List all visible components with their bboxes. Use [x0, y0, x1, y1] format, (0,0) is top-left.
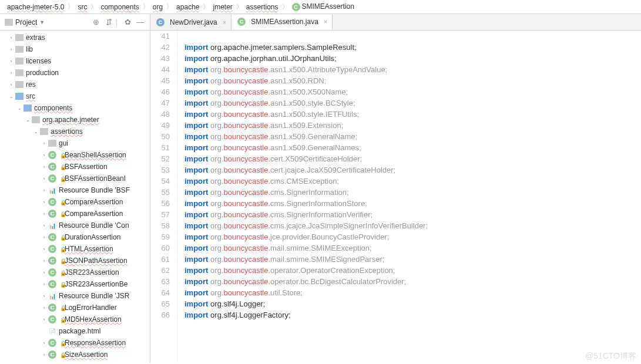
code-line[interactable]: import org.bouncycastle.cms.SignerInform… [184, 209, 641, 220]
tree-item[interactable]: ⌄assertions [0, 126, 150, 137]
tree-item[interactable]: ›C🔒JSONPathAssertion [0, 255, 150, 267]
tree-item[interactable]: ›C🔒BeanShellAssertion [0, 149, 150, 161]
code-editor[interactable]: 4142434445464748495051525354555657585960… [150, 31, 641, 363]
breadcrumb-item[interactable]: apache [174, 2, 202, 12]
tree-item[interactable]: ›C🔒CompareAssertion [0, 196, 150, 208]
chevron-right-icon[interactable]: › [41, 341, 47, 346]
chevron-right-icon[interactable]: › [41, 141, 47, 146]
code-line[interactable]: import org.bouncycastle.asn1.x500.style.… [184, 109, 641, 120]
chevron-right-icon[interactable]: › [41, 211, 47, 217]
code-line[interactable] [184, 31, 641, 42]
tree-item[interactable]: ›licenses [0, 55, 150, 67]
code-line[interactable]: import org.bouncycastle.cms.SignerInform… [184, 198, 641, 209]
tree-item[interactable]: ⌄src [0, 90, 150, 102]
gear-icon[interactable]: ✿ [123, 18, 132, 27]
tree-item[interactable]: ›C🔒MD5HexAssertion [0, 314, 150, 325]
chevron-right-icon[interactable]: › [41, 317, 47, 322]
hide-icon[interactable]: — [136, 18, 145, 27]
chevron-right-icon[interactable]: › [8, 82, 14, 87]
close-icon[interactable]: × [324, 18, 327, 25]
breadcrumb-item[interactable]: assertions [244, 2, 281, 12]
code-line[interactable]: import org.bouncycastle.cms.SignerInform… [184, 187, 641, 198]
tree-item[interactable]: ›📊Resource Bundle 'BSF [0, 184, 150, 196]
tree-item[interactable]: ›C🔒JSR223AssertionBe [0, 278, 150, 290]
code-line[interactable]: import org.bouncycastle.cert.X509Certifi… [184, 153, 641, 164]
code-line[interactable]: import org.bouncycastle.jce.provider.Bou… [184, 231, 641, 242]
chevron-right-icon[interactable]: › [41, 282, 47, 287]
tree-item[interactable]: ›res [0, 79, 150, 90]
breadcrumb-item[interactable]: apache-jmeter-5.0 [5, 2, 66, 12]
chevron-right-icon[interactable]: › [41, 247, 47, 252]
tree-item[interactable]: ›C🔒DurationAssertion [0, 231, 150, 243]
chevron-down-icon[interactable]: ⌄ [8, 94, 14, 99]
chevron-right-icon[interactable]: › [41, 153, 47, 158]
code-line[interactable]: import org.bouncycastle.asn1.x500.RDN; [184, 75, 641, 86]
chevron-right-icon[interactable]: › [41, 270, 47, 275]
tree-item[interactable]: ›C🔒ResponseAssertion [0, 337, 150, 349]
tree-item[interactable]: ⌄org.apache.jmeter [0, 114, 150, 126]
code-line[interactable]: import org.apache.jmeter.samplers.Sample… [184, 42, 641, 53]
chevron-right-icon[interactable]: › [8, 59, 14, 64]
chevron-right-icon[interactable]: › [41, 305, 47, 311]
chevron-right-icon[interactable]: › [41, 188, 47, 193]
code-line[interactable]: import org.bouncycastle.asn1.x500.style.… [184, 97, 641, 109]
tree-item[interactable]: ⌄components [0, 102, 150, 114]
chevron-right-icon[interactable]: › [41, 176, 47, 181]
code-line[interactable]: import org.bouncycastle.asn1.x509.Genera… [184, 142, 641, 153]
close-icon[interactable]: × [223, 19, 226, 26]
code-line[interactable]: import org.bouncycastle.operator.Operato… [184, 265, 641, 276]
project-dropdown[interactable]: Project ▼ [5, 18, 45, 26]
chevron-down-icon[interactable]: ⌄ [16, 106, 22, 111]
chevron-right-icon[interactable]: › [41, 223, 47, 228]
tree-item[interactable]: ›C🔒CompareAssertion [0, 208, 150, 220]
code-line[interactable]: import org.bouncycastle.cert.jcajce.JcaX… [184, 164, 641, 176]
code-content[interactable]: import org.apache.jmeter.samplers.Sample… [177, 31, 641, 363]
chevron-right-icon[interactable]: › [8, 35, 14, 41]
tree-item[interactable]: ›C🔒JSR223Assertion [0, 267, 150, 278]
tree-item[interactable]: ›gui [0, 137, 150, 149]
tree-item[interactable]: ›production [0, 67, 150, 79]
breadcrumb-item[interactable]: components [98, 2, 141, 12]
code-line[interactable]: import org.bouncycastle.cms.CMSException… [184, 176, 641, 187]
chevron-right-icon[interactable]: › [8, 47, 14, 52]
tree-item[interactable]: 📄package.html [0, 325, 150, 337]
code-line[interactable]: import org.bouncycastle.asn1.x509.Extens… [184, 120, 641, 131]
collapse-icon[interactable]: ⇵ [105, 18, 114, 27]
code-line[interactable]: import org.slf4j.Logger; [184, 298, 641, 309]
chevron-down-icon[interactable]: ⌄ [25, 117, 31, 123]
tree-item[interactable]: ›extras [0, 32, 150, 43]
code-line[interactable]: import org.bouncycastle.asn1.x509.Genera… [184, 131, 641, 142]
tree-item[interactable]: ›📊Resource Bundle 'JSR [0, 290, 150, 302]
code-line[interactable]: import org.bouncycastle.asn1.x500.Attrib… [184, 64, 641, 75]
code-line[interactable]: import org.bouncycastle.mail.smime.SMIME… [184, 254, 641, 265]
breadcrumb-item[interactable]: org [150, 2, 165, 12]
tree-item[interactable]: ›C🔒BSFAssertionBeanI [0, 173, 150, 184]
chevron-right-icon[interactable]: › [41, 352, 47, 358]
code-line[interactable]: import org.bouncycastle.cms.jcajce.JcaSi… [184, 220, 641, 231]
code-line[interactable]: import org.bouncycastle.mail.smime.SMIME… [184, 242, 641, 254]
tree-item[interactable]: ›C🔒HTMLAssertion [0, 243, 150, 255]
tree-item[interactable]: ›📊Resource Bundle 'Con [0, 220, 150, 231]
chevron-down-icon[interactable]: ⌄ [33, 129, 39, 134]
chevron-right-icon[interactable]: › [41, 294, 47, 299]
chevron-right-icon[interactable]: › [41, 258, 47, 264]
editor-tab[interactable]: CSMIMEAssertion.java× [231, 15, 333, 30]
project-tree[interactable]: ›extras›lib›licenses›production›res⌄src⌄… [0, 31, 150, 363]
chevron-right-icon[interactable]: › [41, 235, 47, 240]
tree-item[interactable]: ›lib [0, 43, 150, 55]
locate-icon[interactable]: ⊕ [92, 18, 101, 27]
chevron-right-icon[interactable]: › [8, 70, 14, 76]
chevron-right-icon[interactable]: › [41, 164, 47, 170]
tree-item[interactable]: ›C🔒BSFAssertion [0, 161, 150, 173]
code-line[interactable]: import org.bouncycastle.util.Store; [184, 287, 641, 298]
code-line[interactable]: import org.apache.jorphan.util.JOrphanUt… [184, 53, 641, 64]
tree-item[interactable]: ›C🔒LogErrorHandler [0, 302, 150, 314]
breadcrumb-item[interactable]: src [75, 2, 89, 12]
code-line[interactable]: import org.slf4j.LoggerFactory; [184, 309, 641, 321]
code-line[interactable]: import org.bouncycastle.operator.bc.BcDi… [184, 276, 641, 287]
code-line[interactable]: import org.bouncycastle.asn1.x500.X500Na… [184, 86, 641, 97]
chevron-right-icon[interactable]: › [41, 200, 47, 205]
breadcrumb-item[interactable]: CSMIMEAssertion [290, 2, 357, 12]
editor-tab[interactable]: CNewDriver.java× [150, 15, 231, 30]
breadcrumb-item[interactable]: jmeter [210, 2, 234, 12]
